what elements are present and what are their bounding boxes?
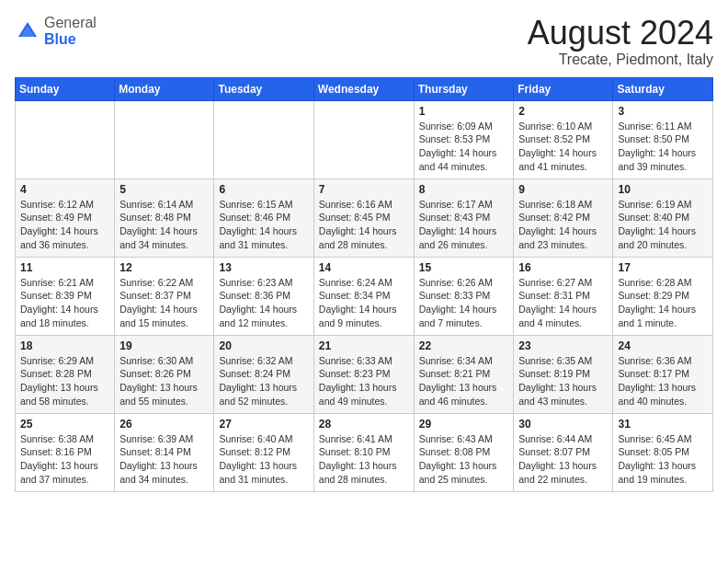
day-number: 20 (219, 339, 308, 352)
day-info: Sunrise: 6:44 AMSunset: 8:07 PMDaylight:… (518, 432, 608, 487)
day-info: Sunrise: 6:40 AMSunset: 8:12 PMDaylight:… (219, 432, 308, 487)
day-number: 6 (219, 183, 308, 196)
day-info: Sunrise: 6:23 AMSunset: 8:36 PMDaylight:… (219, 276, 308, 330)
calendar-cell-w2d4: 8Sunrise: 6:17 AMSunset: 8:43 PMDaylight… (414, 178, 514, 257)
calendar-cell-w1d5: 2Sunrise: 6:10 AMSunset: 8:52 PMDaylight… (514, 100, 613, 178)
calendar-cell-w1d0 (16, 100, 115, 178)
day-info: Sunrise: 6:43 AMSunset: 8:08 PMDaylight:… (419, 432, 509, 487)
day-info: Sunrise: 6:38 AMSunset: 8:16 PMDaylight:… (20, 432, 109, 487)
calendar-cell-w1d2 (214, 100, 313, 178)
month-year-title: August 2024 (528, 15, 713, 52)
calendar-body: 1Sunrise: 6:09 AMSunset: 8:53 PMDaylight… (16, 100, 713, 491)
day-number: 10 (618, 183, 708, 196)
calendar-cell-w5d1: 26Sunrise: 6:39 AMSunset: 8:14 PMDayligh… (115, 413, 214, 491)
day-info: Sunrise: 6:10 AMSunset: 8:52 PMDaylight:… (518, 120, 608, 174)
calendar-cell-w2d2: 6Sunrise: 6:15 AMSunset: 8:46 PMDaylight… (214, 178, 313, 257)
col-sunday: Sunday (16, 77, 115, 100)
day-number: 8 (419, 183, 509, 196)
logo: General Blue (15, 15, 97, 47)
logo-text: General Blue (44, 15, 97, 47)
day-number: 28 (319, 418, 409, 431)
day-number: 21 (319, 339, 409, 352)
day-info: Sunrise: 6:26 AMSunset: 8:33 PMDaylight:… (419, 276, 509, 330)
calendar-week-3: 11Sunrise: 6:21 AMSunset: 8:39 PMDayligh… (16, 257, 713, 335)
calendar-cell-w3d6: 17Sunrise: 6:28 AMSunset: 8:29 PMDayligh… (613, 257, 713, 335)
day-number: 13 (219, 261, 308, 274)
day-number: 23 (518, 339, 608, 352)
calendar-cell-w3d2: 13Sunrise: 6:23 AMSunset: 8:36 PMDayligh… (214, 257, 313, 335)
day-number: 3 (618, 105, 708, 118)
calendar-cell-w5d4: 29Sunrise: 6:43 AMSunset: 8:08 PMDayligh… (414, 413, 514, 491)
day-number: 11 (20, 261, 109, 274)
day-number: 5 (119, 183, 209, 196)
day-info: Sunrise: 6:15 AMSunset: 8:46 PMDaylight:… (219, 198, 308, 252)
calendar-cell-w4d1: 19Sunrise: 6:30 AMSunset: 8:26 PMDayligh… (115, 335, 214, 413)
calendar-cell-w2d6: 10Sunrise: 6:19 AMSunset: 8:40 PMDayligh… (613, 178, 713, 257)
location-subtitle: Trecate, Piedmont, Italy (528, 52, 713, 68)
day-number: 30 (518, 418, 608, 431)
day-info: Sunrise: 6:16 AMSunset: 8:45 PMDaylight:… (319, 198, 409, 252)
col-saturday: Saturday (613, 77, 713, 100)
day-number: 29 (419, 418, 509, 431)
day-info: Sunrise: 6:32 AMSunset: 8:24 PMDaylight:… (219, 354, 308, 408)
page: General Blue August 2024 Trecate, Piedmo… (0, 0, 728, 563)
day-info: Sunrise: 6:30 AMSunset: 8:26 PMDaylight:… (119, 354, 209, 408)
calendar-cell-w2d3: 7Sunrise: 6:16 AMSunset: 8:45 PMDaylight… (313, 178, 414, 257)
title-area: August 2024 Trecate, Piedmont, Italy (528, 15, 713, 68)
calendar-cell-w5d3: 28Sunrise: 6:41 AMSunset: 8:10 PMDayligh… (313, 413, 414, 491)
day-number: 17 (618, 261, 708, 274)
calendar-cell-w1d4: 1Sunrise: 6:09 AMSunset: 8:53 PMDaylight… (414, 100, 514, 178)
calendar-cell-w1d3 (313, 100, 414, 178)
day-number: 4 (20, 183, 109, 196)
day-number: 2 (518, 105, 608, 118)
day-number: 18 (20, 339, 109, 352)
calendar-cell-w2d0: 4Sunrise: 6:12 AMSunset: 8:49 PMDaylight… (16, 178, 115, 257)
day-info: Sunrise: 6:27 AMSunset: 8:31 PMDaylight:… (518, 276, 608, 330)
calendar-week-4: 18Sunrise: 6:29 AMSunset: 8:28 PMDayligh… (16, 335, 713, 413)
col-thursday: Thursday (414, 77, 514, 100)
day-number: 14 (319, 261, 409, 274)
day-info: Sunrise: 6:19 AMSunset: 8:40 PMDaylight:… (618, 198, 708, 252)
day-number: 7 (319, 183, 409, 196)
calendar-table: Sunday Monday Tuesday Wednesday Thursday… (15, 77, 713, 492)
day-info: Sunrise: 6:09 AMSunset: 8:53 PMDaylight:… (419, 120, 509, 174)
day-info: Sunrise: 6:22 AMSunset: 8:37 PMDaylight:… (119, 276, 209, 330)
calendar-cell-w4d0: 18Sunrise: 6:29 AMSunset: 8:28 PMDayligh… (16, 335, 115, 413)
day-info: Sunrise: 6:11 AMSunset: 8:50 PMDaylight:… (618, 120, 708, 174)
calendar-week-5: 25Sunrise: 6:38 AMSunset: 8:16 PMDayligh… (16, 413, 713, 491)
header: General Blue August 2024 Trecate, Piedmo… (15, 15, 713, 68)
day-number: 9 (518, 183, 608, 196)
day-number: 16 (518, 261, 608, 274)
calendar-cell-w2d5: 9Sunrise: 6:18 AMSunset: 8:42 PMDaylight… (514, 178, 613, 257)
day-info: Sunrise: 6:29 AMSunset: 8:28 PMDaylight:… (20, 354, 109, 408)
day-number: 25 (20, 418, 109, 431)
col-monday: Monday (115, 77, 214, 100)
day-number: 12 (119, 261, 209, 274)
day-info: Sunrise: 6:12 AMSunset: 8:49 PMDaylight:… (20, 198, 109, 252)
calendar-cell-w4d2: 20Sunrise: 6:32 AMSunset: 8:24 PMDayligh… (214, 335, 313, 413)
day-info: Sunrise: 6:28 AMSunset: 8:29 PMDaylight:… (618, 276, 708, 330)
logo-general-text: General (44, 15, 97, 30)
day-info: Sunrise: 6:39 AMSunset: 8:14 PMDaylight:… (119, 432, 209, 487)
day-number: 22 (419, 339, 509, 352)
day-info: Sunrise: 6:21 AMSunset: 8:39 PMDaylight:… (20, 276, 109, 330)
day-info: Sunrise: 6:45 AMSunset: 8:05 PMDaylight:… (618, 432, 708, 487)
calendar-cell-w2d1: 5Sunrise: 6:14 AMSunset: 8:48 PMDaylight… (115, 178, 214, 257)
day-number: 1 (419, 105, 509, 118)
day-number: 19 (119, 339, 209, 352)
day-info: Sunrise: 6:36 AMSunset: 8:17 PMDaylight:… (618, 354, 708, 408)
col-wednesday: Wednesday (313, 77, 414, 100)
day-number: 15 (419, 261, 509, 274)
day-info: Sunrise: 6:14 AMSunset: 8:48 PMDaylight:… (119, 198, 209, 252)
day-info: Sunrise: 6:24 AMSunset: 8:34 PMDaylight:… (319, 276, 409, 330)
day-number: 26 (119, 418, 209, 431)
day-info: Sunrise: 6:35 AMSunset: 8:19 PMDaylight:… (518, 354, 608, 408)
calendar-cell-w3d0: 11Sunrise: 6:21 AMSunset: 8:39 PMDayligh… (16, 257, 115, 335)
day-info: Sunrise: 6:17 AMSunset: 8:43 PMDaylight:… (419, 198, 509, 252)
calendar-cell-w1d1 (115, 100, 214, 178)
col-tuesday: Tuesday (214, 77, 313, 100)
day-number: 27 (219, 418, 308, 431)
calendar-cell-w5d2: 27Sunrise: 6:40 AMSunset: 8:12 PMDayligh… (214, 413, 313, 491)
calendar-cell-w4d3: 21Sunrise: 6:33 AMSunset: 8:23 PMDayligh… (313, 335, 414, 413)
calendar-cell-w5d5: 30Sunrise: 6:44 AMSunset: 8:07 PMDayligh… (514, 413, 613, 491)
